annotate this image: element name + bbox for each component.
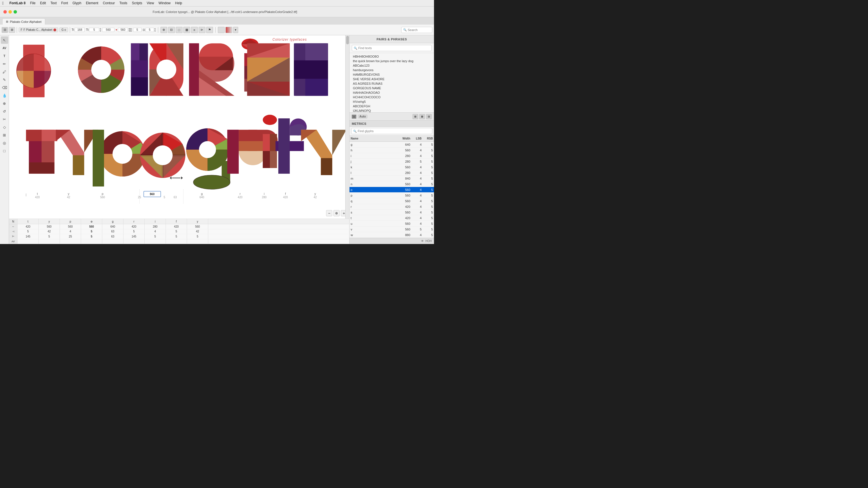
tracking-input[interactable]: 560 bbox=[102, 28, 115, 32]
canvas-svg-area[interactable]: t 420 y 42 p 560 o 560 g 640 r 420 i 280… bbox=[9, 35, 349, 219]
glyph-table[interactable]: Name Width LSB RSB g64045h56045i28045j28… bbox=[349, 135, 434, 238]
glyph-row[interactable]: j28055 bbox=[349, 159, 434, 164]
glyph-row[interactable]: l28045 bbox=[349, 170, 434, 176]
text-list-item[interactable]: hamburgevons bbox=[349, 68, 434, 72]
close-button[interactable] bbox=[3, 10, 7, 13]
text-items-list[interactable]: HBHH8OH8OO8Othe quick brown fox jumps ov… bbox=[349, 53, 434, 113]
metrics-toggle-icon[interactable]: ≡ bbox=[352, 115, 356, 119]
heart-input[interactable]: 560 bbox=[118, 28, 128, 32]
apple-menu[interactable]:  bbox=[2, 1, 4, 5]
color-btn-1[interactable] bbox=[218, 27, 225, 33]
toolbar-search-box[interactable]: 🔍 bbox=[401, 27, 432, 33]
w-input[interactable]: 5 bbox=[146, 28, 154, 32]
tool-search[interactable]: ◎ bbox=[1, 139, 8, 147]
glyph-row[interactable]: h56045 bbox=[349, 148, 434, 153]
glyph-row[interactable]: u56045 bbox=[349, 221, 434, 227]
menu-view[interactable]: View bbox=[147, 1, 154, 5]
text-list-item[interactable]: HVxehg5 bbox=[349, 99, 434, 104]
menu-element[interactable]: Element bbox=[86, 1, 98, 5]
tool-knife[interactable]: ✂ bbox=[1, 116, 8, 123]
font-selector[interactable]: F F Plakato C... Alphabet bbox=[19, 27, 58, 32]
color-btn-3[interactable]: ▼ bbox=[233, 27, 238, 33]
find-texts-input[interactable] bbox=[358, 46, 430, 50]
icon-btn-4[interactable]: ▦ bbox=[183, 27, 190, 33]
width-input[interactable]: 5 bbox=[89, 28, 99, 32]
menu-scripts[interactable]: Scripts bbox=[132, 1, 143, 5]
tool-brush[interactable]: ✏ bbox=[1, 60, 8, 67]
text-list-item[interactable]: ABCDEFGH bbox=[349, 104, 434, 108]
glyph-row[interactable]: g64045 bbox=[349, 142, 434, 148]
menu-help[interactable]: Help bbox=[175, 1, 182, 5]
glyph-row[interactable]: k56045 bbox=[349, 164, 434, 170]
zoom-search-button[interactable]: ⊕ bbox=[333, 210, 340, 216]
text-list-item[interactable]: IJKLMNOPQ bbox=[349, 108, 434, 113]
menu-edit[interactable]: Edit bbox=[40, 1, 46, 5]
tool-type[interactable]: T bbox=[1, 52, 8, 60]
mode-selector[interactable]: G o bbox=[59, 27, 68, 32]
width-control[interactable]: Tt 5 55 bbox=[86, 28, 101, 32]
tool-pointer[interactable]: ↖ bbox=[1, 36, 8, 44]
vertical-scrollbar[interactable] bbox=[345, 35, 349, 219]
menu-fontlab[interactable]: FontLab 8 bbox=[9, 1, 25, 5]
toolbar-search-input[interactable] bbox=[408, 28, 434, 32]
glyph-row[interactable]: m84045 bbox=[349, 176, 434, 181]
metrics-icon-3[interactable]: ⊟ bbox=[426, 114, 432, 119]
icon-btn-6[interactable]: ⊳ bbox=[198, 27, 206, 33]
tool-shape[interactable]: ◇ bbox=[1, 123, 8, 131]
find-texts-search-box[interactable]: 🔍 bbox=[352, 45, 432, 51]
glyph-row[interactable]: t42045 bbox=[349, 215, 434, 221]
icon-btn-2[interactable]: ⊟ bbox=[168, 27, 175, 33]
find-glyphs-search-box[interactable]: 🔍 bbox=[351, 128, 432, 134]
icon-btn-7[interactable]: ⚑ bbox=[206, 27, 213, 33]
tool-dropper[interactable]: 💧 bbox=[1, 92, 8, 99]
tool-pen[interactable]: 🖊 bbox=[1, 68, 8, 75]
text-list-item[interactable]: HBHH8OH8OO8O bbox=[349, 54, 434, 59]
tool-anchor[interactable]: ⊞ bbox=[1, 131, 8, 139]
size-control[interactable]: Tt 168 bbox=[72, 28, 85, 32]
text-list-item[interactable]: AS AGREES RUNAS bbox=[349, 82, 434, 86]
tool-text[interactable]: AV bbox=[1, 44, 8, 52]
text-list-item[interactable]: the quick brown fox jumps over the lazy … bbox=[349, 59, 434, 63]
glyph-row[interactable]: r42045 bbox=[349, 204, 434, 209]
menu-glyph[interactable]: Glyph bbox=[73, 1, 82, 5]
fullscreen-button[interactable] bbox=[13, 10, 17, 13]
text-list-item[interactable]: ABCabc123 bbox=[349, 63, 434, 68]
tracking-control[interactable]: 560 bbox=[102, 28, 115, 32]
glyph-row[interactable]: s56045 bbox=[349, 209, 434, 215]
glyph-row[interactable]: p56045 bbox=[349, 193, 434, 198]
menu-contour[interactable]: Contour bbox=[103, 1, 115, 5]
text-list-item[interactable]: GORGEOUS NAME bbox=[349, 86, 434, 90]
tool-eraser[interactable]: ⌫ bbox=[1, 84, 8, 91]
text-list-item[interactable]: SHE VERSE ASHORE bbox=[349, 77, 434, 82]
color-btn-2[interactable] bbox=[225, 27, 232, 33]
tool-rotate[interactable]: ↺ bbox=[1, 107, 8, 115]
glyph-row[interactable]: o56045 bbox=[349, 187, 434, 193]
zoom-out-button[interactable]: − bbox=[326, 210, 332, 216]
find-glyphs-input[interactable] bbox=[358, 129, 430, 133]
text-list-item[interactable]: HAHHAOHAOOAO bbox=[349, 90, 434, 95]
glyph-row[interactable]: n56045 bbox=[349, 181, 434, 187]
icon-btn-1[interactable]: ⊕ bbox=[160, 27, 167, 33]
glyph-row[interactable]: q56045 bbox=[349, 198, 434, 204]
menu-file[interactable]: File bbox=[30, 1, 35, 5]
tool-pencil[interactable]: ✎ bbox=[1, 76, 8, 83]
menu-text[interactable]: Text bbox=[50, 1, 57, 5]
menu-tools[interactable]: Tools bbox=[120, 1, 127, 5]
menu-window[interactable]: Window bbox=[158, 1, 170, 5]
active-tab[interactable]: ⊞ Plakato Color Alphabet bbox=[2, 19, 45, 25]
glyph-row[interactable]: i28045 bbox=[349, 153, 434, 159]
metrics-icon-2[interactable]: ⊠ bbox=[419, 114, 425, 119]
scrollbar-thumb[interactable] bbox=[346, 36, 349, 44]
tool-rect[interactable]: □ bbox=[1, 147, 8, 155]
glyph-row[interactable]: v56055 bbox=[349, 227, 434, 232]
metrics-icon-1[interactable]: ⊞ bbox=[412, 114, 418, 119]
value-input-1[interactable]: 5 bbox=[133, 28, 142, 32]
view-btn-1[interactable]: ⊟ bbox=[2, 27, 8, 33]
icon-btn-3[interactable]: □ bbox=[176, 27, 183, 33]
text-list-item[interactable]: HCHHCOHCOOCO bbox=[349, 95, 434, 99]
tool-transform[interactable]: ⊕ bbox=[1, 100, 8, 107]
minimize-button[interactable] bbox=[8, 10, 12, 13]
menu-font[interactable]: Font bbox=[61, 1, 68, 5]
glyph-row[interactable]: w88045 bbox=[349, 232, 434, 238]
size-input[interactable]: 168 bbox=[74, 28, 85, 32]
